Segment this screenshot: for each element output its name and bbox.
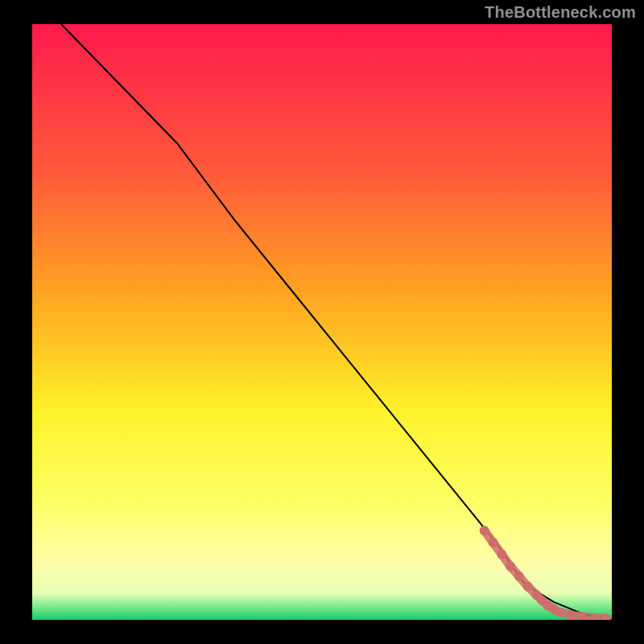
highlight-dot: [506, 561, 515, 571]
highlight-dot: [555, 607, 564, 617]
gradient-background: [32, 24, 612, 620]
highlight-dot: [497, 550, 506, 559]
highlight-dot: [514, 572, 524, 581]
highlight-dot: [480, 526, 489, 535]
highlight-dot: [488, 538, 497, 547]
plot-area: [32, 24, 612, 620]
highlight-dot: [523, 582, 533, 592]
chart-svg: [32, 24, 612, 620]
attribution-text: TheBottleneck.com: [485, 3, 636, 22]
chart-frame: TheBottleneck.com: [0, 0, 644, 644]
highlight-dot: [567, 610, 576, 620]
